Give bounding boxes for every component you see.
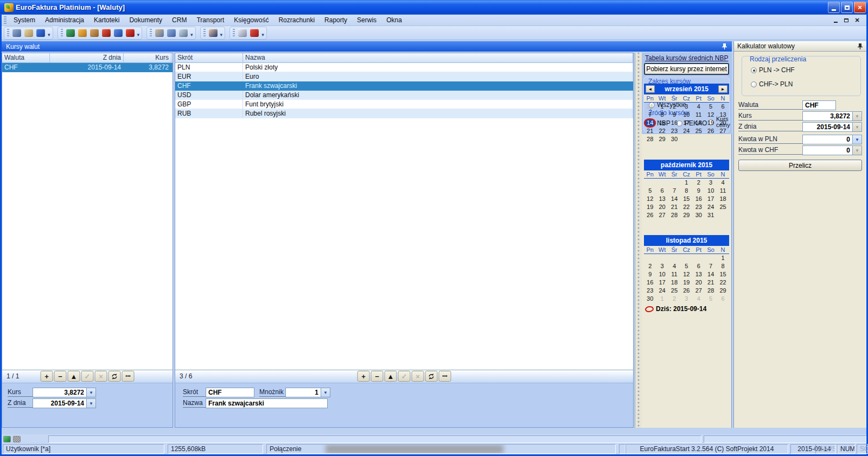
kurs-dropdown[interactable]: ▼ (87, 388, 96, 397)
calendar-day[interactable]: 2 (693, 179, 705, 187)
calendar-day[interactable]: 5 (644, 187, 656, 195)
calendar-day[interactable]: 29 (717, 287, 729, 295)
crm-kontakty-icon[interactable] (207, 28, 219, 39)
column-header-zdnia[interactable]: Z dnia (50, 53, 124, 62)
mdi-restore-button[interactable] (843, 17, 850, 24)
calendar-day[interactable]: 10 (680, 111, 692, 119)
calendar-day[interactable]: 30 (693, 211, 705, 219)
refresh-button[interactable] (108, 371, 121, 382)
edit-button[interactable]: ▲ (385, 371, 397, 382)
produkty-icon[interactable] (88, 28, 100, 39)
calendar-day[interactable]: 23 (644, 287, 656, 295)
calendar-day[interactable]: 26 (680, 287, 692, 295)
menu-item-crm[interactable]: CRM (167, 15, 192, 25)
calendar-day[interactable]: 26 (705, 127, 717, 135)
toolbar-overflow-chevron[interactable]: ▾ (48, 32, 50, 37)
column-header-waluta[interactable]: Waluta (2, 53, 50, 62)
calendar-day[interactable]: 1 (656, 295, 668, 303)
calendar-prev-button[interactable]: ◄ (646, 85, 655, 93)
calendar-day[interactable]: 8 (717, 262, 729, 270)
calendar-day[interactable]: 2 (644, 262, 656, 270)
table-row[interactable]: CHF2015-09-143,8272 (2, 63, 173, 72)
calendar-day[interactable]: 19 (644, 203, 656, 211)
vertical-splitter[interactable] (635, 53, 642, 428)
mnoznik-field[interactable]: 1 (285, 388, 321, 397)
minimize-button[interactable] (828, 2, 840, 13)
calendar-day[interactable]: 10 (656, 270, 668, 278)
toolbar-overflow-chevron[interactable]: ▾ (190, 32, 193, 37)
calendar-day[interactable]: 27 (693, 287, 705, 295)
calendar-day[interactable]: 1 (680, 179, 692, 187)
settings-gear-icon[interactable] (11, 28, 23, 39)
calendar-day[interactable]: 5 (705, 295, 717, 303)
calendar-day[interactable]: 13 (693, 270, 705, 278)
table-row[interactable]: CHFFrank szwajcarski (175, 81, 633, 91)
calendar-day[interactable]: 26 (644, 211, 656, 219)
calendar-day[interactable]: 13 (656, 195, 668, 203)
table-row[interactable]: EUREuro (175, 72, 633, 81)
add-button[interactable]: + (41, 371, 53, 382)
toolbar-overflow-chevron[interactable]: ▾ (220, 32, 223, 37)
calendar-day[interactable]: 29 (656, 135, 668, 143)
restore-button[interactable] (841, 2, 853, 13)
calendar-day[interactable]: 19 (705, 119, 717, 127)
calendar-day[interactable]: 14 (705, 270, 717, 278)
calendar-day[interactable]: 22 (656, 127, 668, 135)
calendar-day[interactable]: 16 (668, 119, 680, 127)
calendar-day[interactable]: 15 (680, 195, 692, 203)
radio-pln-chf[interactable]: PLN -> CHF (751, 66, 795, 74)
pracownicy-icon[interactable] (154, 28, 165, 39)
skrot-field[interactable]: CHF (206, 388, 254, 397)
waluta-field[interactable]: CHF (802, 100, 836, 110)
table-row[interactable]: USDDolar amerykański (175, 91, 633, 100)
calendar-day[interactable]: 12 (680, 270, 692, 278)
calendar-day[interactable]: 11 (693, 111, 705, 119)
calendar-day[interactable]: 14 (668, 195, 680, 203)
column-header-kurs[interactable]: Kurs (124, 53, 171, 62)
calendar-day[interactable]: 12 (644, 195, 656, 203)
nbp-table-link[interactable]: Tabela kursów średnich NBP (645, 54, 728, 62)
close-button[interactable]: × (854, 2, 866, 13)
calendar-day[interactable]: 27 (717, 127, 729, 135)
calendar-day[interactable]: 23 (693, 203, 705, 211)
calendar-day[interactable]: 13 (717, 111, 729, 119)
calendar-day[interactable]: 19 (680, 278, 692, 287)
kwota-pln-field[interactable]: 0 (802, 135, 853, 144)
more-button[interactable]: ••• (122, 371, 135, 382)
calendar-day[interactable]: 12 (705, 111, 717, 119)
radio-chf-pln[interactable]: CHF-> PLN (751, 80, 793, 88)
towary-icon[interactable] (76, 28, 88, 39)
calendar-day[interactable]: 25 (693, 127, 705, 135)
calendar-day[interactable]: 27 (656, 211, 668, 219)
calendar-day[interactable]: 1 (656, 103, 668, 111)
calendar-day[interactable]: 6 (717, 295, 729, 303)
calendar-day[interactable]: 4 (693, 295, 705, 303)
zdnia-dropdown[interactable]: ▼ (87, 398, 96, 408)
calendar-day[interactable]: 5 (705, 103, 717, 111)
calendar-day[interactable]: 7 (644, 111, 656, 119)
calendar-day[interactable]: 11 (717, 187, 729, 195)
kurs-field[interactable]: 3,8272 (33, 388, 87, 397)
calendar-day[interactable]: 23 (668, 127, 680, 135)
calendar-day[interactable]: 30 (644, 295, 656, 303)
calendar-day[interactable]: 2 (668, 295, 680, 303)
mdi-close-button[interactable]: ✕ (853, 17, 861, 24)
more-button[interactable]: ••• (439, 371, 451, 382)
edit-button[interactable]: ▲ (68, 371, 80, 382)
pobierz-kursy-button[interactable]: Pobierz kursy przez internet (644, 63, 729, 75)
menu-item-administracja[interactable]: Administracja (40, 15, 89, 25)
column-header-skrt[interactable]: Skrót (175, 53, 243, 62)
calendar-day[interactable]: 9 (693, 187, 705, 195)
calendar-day[interactable]: 28 (668, 211, 680, 219)
toolbar-grip[interactable] (233, 29, 235, 37)
calendar-day[interactable]: 17 (680, 119, 692, 127)
menu-item-dokumenty[interactable]: Dokumenty (124, 15, 167, 25)
calendar-day[interactable]: 7 (705, 262, 717, 270)
szukaj-magnifier-icon[interactable] (237, 28, 248, 39)
calendar-day[interactable]: 4 (693, 103, 705, 111)
calendar-day[interactable]: 3 (680, 103, 692, 111)
calendar-day[interactable]: 25 (668, 287, 680, 295)
calendar-day[interactable]: 9 (668, 111, 680, 119)
menu-item-system[interactable]: System (9, 15, 40, 25)
calendar-day[interactable]: 15 (717, 270, 729, 278)
